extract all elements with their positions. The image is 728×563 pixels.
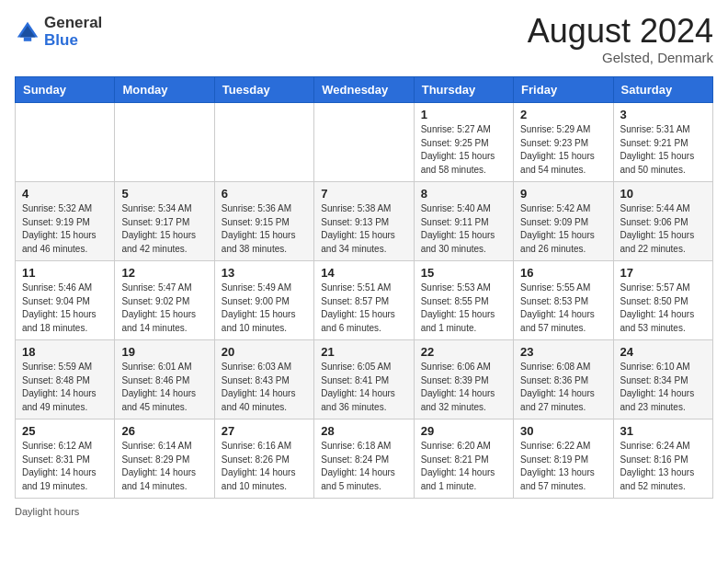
day-info: Sunrise: 6:14 AM Sunset: 8:29 PM Dayligh… xyxy=(121,440,207,493)
calendar-cell: 5Sunrise: 5:34 AM Sunset: 9:17 PM Daylig… xyxy=(115,182,214,261)
day-number: 5 xyxy=(121,187,207,201)
calendar-cell: 16Sunrise: 5:55 AM Sunset: 8:53 PM Dayli… xyxy=(514,261,613,340)
header-day-tuesday: Tuesday xyxy=(214,77,313,103)
day-number: 20 xyxy=(222,345,307,359)
day-info: Sunrise: 5:46 AM Sunset: 9:04 PM Dayligh… xyxy=(22,282,108,335)
calendar-cell: 15Sunrise: 5:53 AM Sunset: 8:55 PM Dayli… xyxy=(414,261,513,340)
day-info: Sunrise: 5:36 AM Sunset: 9:15 PM Dayligh… xyxy=(222,202,307,256)
week-row-3: 18Sunrise: 5:59 AM Sunset: 8:48 PM Dayli… xyxy=(16,340,713,419)
calendar-cell xyxy=(314,103,414,182)
day-info: Sunrise: 5:55 AM Sunset: 8:53 PM Dayligh… xyxy=(520,282,606,335)
day-number: 19 xyxy=(121,345,207,359)
calendar-cell: 18Sunrise: 5:59 AM Sunset: 8:48 PM Dayli… xyxy=(16,340,115,419)
calendar-cell xyxy=(214,103,313,182)
month-year: August 2024 xyxy=(528,15,713,48)
day-number: 30 xyxy=(520,424,606,438)
calendar-cell: 25Sunrise: 6:12 AM Sunset: 8:31 PM Dayli… xyxy=(16,419,115,499)
calendar-cell: 7Sunrise: 5:38 AM Sunset: 9:13 PM Daylig… xyxy=(314,182,414,261)
calendar-cell xyxy=(16,103,115,182)
day-number: 12 xyxy=(121,266,207,280)
calendar-cell: 3Sunrise: 5:31 AM Sunset: 9:21 PM Daylig… xyxy=(613,103,712,182)
calendar-header: SundayMondayTuesdayWednesdayThursdayFrid… xyxy=(16,77,713,103)
day-number: 29 xyxy=(421,424,506,438)
day-info: Sunrise: 5:49 AM Sunset: 9:00 PM Dayligh… xyxy=(222,282,307,335)
calendar-cell: 11Sunrise: 5:46 AM Sunset: 9:04 PM Dayli… xyxy=(16,261,115,340)
calendar-body: 1Sunrise: 5:27 AM Sunset: 9:25 PM Daylig… xyxy=(16,103,713,499)
day-number: 31 xyxy=(620,424,706,438)
day-number: 13 xyxy=(222,266,307,280)
day-info: Sunrise: 5:51 AM Sunset: 8:57 PM Dayligh… xyxy=(321,282,406,335)
calendar-cell xyxy=(115,103,214,182)
day-info: Sunrise: 5:32 AM Sunset: 9:19 PM Dayligh… xyxy=(22,202,108,256)
day-number: 22 xyxy=(421,345,506,359)
daylight-hours-label: Daylight hours xyxy=(15,506,79,517)
day-number: 21 xyxy=(321,345,406,359)
logo-icon xyxy=(15,19,40,45)
day-info: Sunrise: 5:29 AM Sunset: 9:23 PM Dayligh… xyxy=(520,123,606,177)
day-info: Sunrise: 6:20 AM Sunset: 8:21 PM Dayligh… xyxy=(421,440,506,493)
calendar-cell: 17Sunrise: 5:57 AM Sunset: 8:50 PM Dayli… xyxy=(613,261,712,340)
calendar-cell: 20Sunrise: 6:03 AM Sunset: 8:43 PM Dayli… xyxy=(214,340,313,419)
day-number: 4 xyxy=(22,187,108,201)
calendar-cell: 4Sunrise: 5:32 AM Sunset: 9:19 PM Daylig… xyxy=(16,182,115,261)
week-row-1: 4Sunrise: 5:32 AM Sunset: 9:19 PM Daylig… xyxy=(16,182,713,261)
calendar-cell: 8Sunrise: 5:40 AM Sunset: 9:11 PM Daylig… xyxy=(414,182,513,261)
day-number: 18 xyxy=(22,345,108,359)
day-info: Sunrise: 6:06 AM Sunset: 8:39 PM Dayligh… xyxy=(421,361,506,414)
header-row: SundayMondayTuesdayWednesdayThursdayFrid… xyxy=(16,77,713,103)
calendar-cell: 2Sunrise: 5:29 AM Sunset: 9:23 PM Daylig… xyxy=(514,103,613,182)
day-number: 1 xyxy=(421,108,506,121)
calendar-cell: 27Sunrise: 6:16 AM Sunset: 8:26 PM Dayli… xyxy=(214,419,313,499)
day-number: 23 xyxy=(520,345,606,359)
day-number: 15 xyxy=(421,266,506,280)
week-row-0: 1Sunrise: 5:27 AM Sunset: 9:25 PM Daylig… xyxy=(16,103,713,182)
day-number: 24 xyxy=(620,345,706,359)
day-info: Sunrise: 6:22 AM Sunset: 8:19 PM Dayligh… xyxy=(520,440,606,493)
day-info: Sunrise: 6:18 AM Sunset: 8:24 PM Dayligh… xyxy=(321,440,406,493)
footer: Daylight hours xyxy=(15,506,713,517)
day-number: 9 xyxy=(520,187,606,201)
calendar-cell: 9Sunrise: 5:42 AM Sunset: 9:09 PM Daylig… xyxy=(514,182,613,261)
day-info: Sunrise: 6:08 AM Sunset: 8:36 PM Dayligh… xyxy=(520,361,606,414)
calendar-cell: 22Sunrise: 6:06 AM Sunset: 8:39 PM Dayli… xyxy=(414,340,513,419)
calendar-cell: 12Sunrise: 5:47 AM Sunset: 9:02 PM Dayli… xyxy=(115,261,214,340)
day-info: Sunrise: 5:40 AM Sunset: 9:11 PM Dayligh… xyxy=(421,202,506,256)
day-number: 16 xyxy=(520,266,606,280)
calendar-cell: 1Sunrise: 5:27 AM Sunset: 9:25 PM Daylig… xyxy=(414,103,513,182)
calendar-cell: 28Sunrise: 6:18 AM Sunset: 8:24 PM Dayli… xyxy=(314,419,414,499)
calendar-cell: 13Sunrise: 5:49 AM Sunset: 9:00 PM Dayli… xyxy=(214,261,313,340)
calendar-cell: 29Sunrise: 6:20 AM Sunset: 8:21 PM Dayli… xyxy=(414,419,513,499)
calendar-cell: 19Sunrise: 6:01 AM Sunset: 8:46 PM Dayli… xyxy=(115,340,214,419)
week-row-4: 25Sunrise: 6:12 AM Sunset: 8:31 PM Dayli… xyxy=(16,419,713,499)
day-info: Sunrise: 5:53 AM Sunset: 8:55 PM Dayligh… xyxy=(421,282,506,335)
day-info: Sunrise: 6:05 AM Sunset: 8:41 PM Dayligh… xyxy=(321,361,406,414)
logo-text: General Blue xyxy=(44,15,102,49)
day-number: 14 xyxy=(321,266,406,280)
day-number: 3 xyxy=(620,108,706,121)
header-day-saturday: Saturday xyxy=(613,77,712,103)
title-block: August 2024 Gelsted, Denmark xyxy=(528,15,713,65)
day-number: 27 xyxy=(222,424,307,438)
day-info: Sunrise: 6:24 AM Sunset: 8:16 PM Dayligh… xyxy=(620,440,706,493)
day-number: 8 xyxy=(421,187,506,201)
page-header: General Blue August 2024 Gelsted, Denmar… xyxy=(15,15,713,65)
calendar-cell: 21Sunrise: 6:05 AM Sunset: 8:41 PM Dayli… xyxy=(314,340,414,419)
day-number: 2 xyxy=(520,108,606,121)
day-info: Sunrise: 6:12 AM Sunset: 8:31 PM Dayligh… xyxy=(22,440,108,493)
day-info: Sunrise: 5:59 AM Sunset: 8:48 PM Dayligh… xyxy=(22,361,108,414)
location: Gelsted, Denmark xyxy=(528,50,713,65)
day-number: 25 xyxy=(22,424,108,438)
day-number: 7 xyxy=(321,187,406,201)
day-info: Sunrise: 6:10 AM Sunset: 8:34 PM Dayligh… xyxy=(620,361,706,414)
logo: General Blue xyxy=(15,15,102,49)
day-number: 11 xyxy=(22,266,108,280)
day-info: Sunrise: 6:16 AM Sunset: 8:26 PM Dayligh… xyxy=(222,440,307,493)
header-day-wednesday: Wednesday xyxy=(314,77,414,103)
day-info: Sunrise: 5:34 AM Sunset: 9:17 PM Dayligh… xyxy=(121,202,207,256)
day-number: 28 xyxy=(321,424,406,438)
day-info: Sunrise: 6:03 AM Sunset: 8:43 PM Dayligh… xyxy=(222,361,307,414)
day-info: Sunrise: 5:44 AM Sunset: 9:06 PM Dayligh… xyxy=(620,202,706,256)
header-day-sunday: Sunday xyxy=(16,77,115,103)
calendar-cell: 30Sunrise: 6:22 AM Sunset: 8:19 PM Dayli… xyxy=(514,419,613,499)
day-info: Sunrise: 5:57 AM Sunset: 8:50 PM Dayligh… xyxy=(620,282,706,335)
